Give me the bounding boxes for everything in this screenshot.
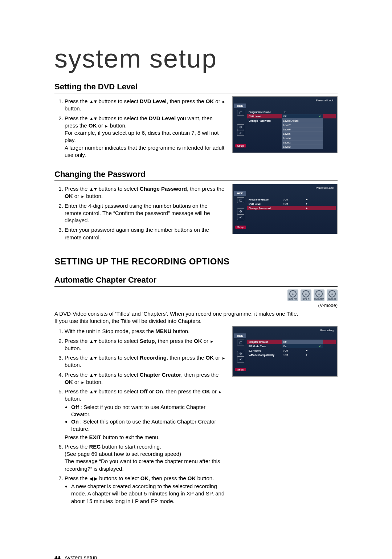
ch-step-7: Press the buttons to select OK, then pre…: [65, 475, 226, 505]
up-down-icon: [89, 338, 97, 344]
shot-sidebar: ▢ ⚙ ✔ Setup: [234, 196, 247, 230]
ch-step-6: Press the REC button to start recording.…: [65, 443, 226, 473]
page-footer: 44_ system setup: [54, 554, 338, 559]
setup-chip: Setup: [235, 226, 246, 229]
check-icon: ✔: [319, 345, 323, 348]
heading-dvd-level: Setting the DVD Level: [54, 82, 338, 93]
chevron-right-icon: ▸: [305, 202, 309, 205]
chevron-right-icon: ▸: [305, 353, 309, 356]
check-icon: ✔: [237, 357, 244, 362]
page-title: system setup: [54, 44, 338, 73]
setup-chip: Setup: [235, 144, 246, 147]
hdd-chip: HDD: [234, 104, 246, 108]
library-icon: ▢: [237, 197, 244, 203]
check-icon: ✔: [237, 130, 244, 136]
disc-badge: ●DVD-RW: [287, 289, 298, 301]
play-icon: [210, 338, 214, 344]
check-icon: ✔: [319, 115, 323, 118]
menu-list: Chapter Creator EP Mode Time Off On✔ EZ …: [247, 338, 336, 373]
menu-list: Programe Grade: Off▸ DVD Level: Off▸ Cha…: [247, 196, 336, 230]
up-down-icon: [89, 98, 97, 104]
gear-icon: ⚙: [237, 351, 244, 357]
gear-icon: ⚙: [237, 124, 244, 130]
chevron-right-icon: ▸: [305, 207, 309, 210]
up-down-icon: [89, 115, 97, 121]
hdd-chip: HDD: [234, 333, 246, 338]
vmode-label: (V-mode): [54, 303, 338, 308]
disc-badge-row: ●DVD-RW ●DVD-R ●DVD+RW ●DVD+R: [54, 289, 338, 301]
shot-sidebar: ▢ ⚙ ✔ Setup: [234, 338, 247, 373]
ch-step-3: Press the buttons to select Recording, t…: [65, 354, 226, 369]
chapter-intro: A DVD-Video consists of ‘Titles’ and ‘Ch…: [54, 310, 338, 325]
screenshot-parental-lock-levels: Parental Lock HDD ▢ ⚙ ✔ Setup Programme …: [232, 96, 338, 153]
up-down-icon: [89, 372, 97, 378]
check-icon: ✔: [237, 214, 244, 220]
setup-chip: Setup: [235, 368, 246, 371]
gear-icon: ⚙: [237, 208, 244, 214]
play-icon: [81, 193, 85, 199]
play-icon: [81, 379, 85, 385]
password-text: Press the buttons to select Change Passw…: [54, 184, 226, 243]
dvd-step-2: Press the buttons to select the DVD Leve…: [65, 115, 226, 159]
shot-title: Parental Lock: [234, 98, 336, 103]
library-icon: ▢: [237, 110, 244, 116]
up-down-icon: [89, 186, 97, 192]
up-down-icon: [89, 355, 97, 361]
chevron-right-icon: ▸: [305, 198, 309, 201]
menu-list: Programme Grade▸ DVD Level Change Passwo…: [247, 108, 336, 149]
play-icon: [222, 355, 226, 361]
ch-step-1: With the unit in Stop mode, press the ME…: [65, 328, 226, 335]
ch-step-4: Press the buttons to select Chapter Crea…: [65, 371, 226, 386]
disc-badge: ●DVD-R: [301, 289, 311, 301]
screenshot-recording: Recording HDD ▢ ⚙ ✔ Setup Chapter Creato…: [232, 326, 338, 377]
heading-change-password: Changing the Password: [54, 170, 338, 181]
up-down-icon: [89, 388, 97, 394]
play-icon: [222, 98, 226, 104]
ch-step-2: Press the buttons to select Setup, then …: [65, 337, 226, 352]
chevron-right-icon: ▸: [283, 110, 287, 113]
disc-badge: ●DVD+R: [327, 289, 338, 301]
page: system setup Setting the DVD Level Press…: [0, 0, 392, 559]
play-icon: [105, 122, 109, 129]
hdd-chip: HDD: [234, 191, 246, 196]
heading-auto-chapter: Automatic Chapter Creator: [54, 275, 338, 287]
left-right-icon: [89, 475, 98, 481]
dvd-level-text: Press the buttons to select DVD Level, t…: [54, 96, 226, 161]
disc-badge: ●DVD+RW: [314, 289, 324, 301]
chevron-right-icon: ▸: [305, 349, 309, 352]
heading-recording-options: SETTING UP THE RECORDING OPTIONS: [54, 256, 338, 267]
shot-sidebar: ▢ ⚙ ✔ Setup: [234, 108, 247, 149]
chapter-steps: With the unit in Stop mode, press the ME…: [54, 326, 226, 507]
pw-step-2: Enter the 4-digit password using the num…: [65, 202, 226, 224]
library-icon: ▢: [237, 340, 244, 345]
pw-step-3: Enter your password again using the numb…: [65, 226, 226, 241]
shot-title: Parental Lock: [234, 186, 336, 190]
ch-step-5: Press the buttons to select Off or On, t…: [65, 388, 226, 441]
pw-step-1: Press the buttons to select Change Passw…: [65, 185, 226, 200]
play-icon: [218, 388, 222, 394]
dvd-step-1: Press the buttons to select DVD Level, t…: [65, 98, 226, 113]
screenshot-parental-lock-change-password: Parental Lock HDD ▢ ⚙ ✔ Setup Programe G…: [232, 184, 338, 234]
shot-title: Recording: [234, 328, 336, 333]
